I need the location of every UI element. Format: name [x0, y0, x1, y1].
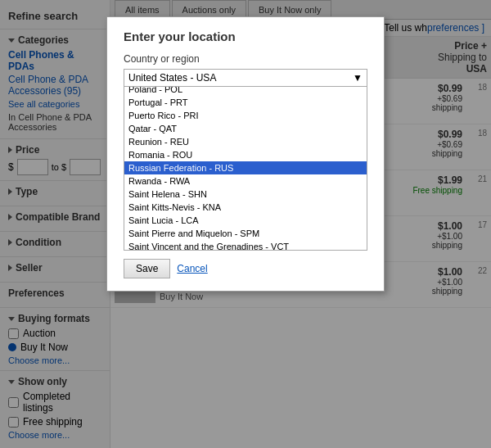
modal-country-label: Country or region	[124, 53, 367, 65]
dropdown-item[interactable]: Russian Federation - RUS	[124, 161, 367, 174]
dropdown-item[interactable]: Saint Kitts-Nevis - KNA	[124, 201, 367, 214]
location-modal: Enter your location Country or region Un…	[106, 16, 385, 292]
dropdown-arrow-icon: ▼	[353, 72, 363, 84]
modal-overlay: Enter your location Country or region Un…	[0, 0, 491, 448]
dropdown-item[interactable]: Reunion - REU	[124, 135, 367, 148]
dropdown-item[interactable]: Qatar - QAT	[124, 122, 367, 135]
dropdown-item[interactable]: Saint Pierre and Miquelon - SPM	[124, 227, 367, 240]
dropdown-item[interactable]: Saint Vincent and the Grenadines - VCT	[124, 240, 367, 251]
dropdown-item[interactable]: Portugal - PRT	[124, 96, 367, 109]
dropdown-item[interactable]: Saint Helena - SHN	[124, 188, 367, 201]
modal-selected-value[interactable]: United States - USA ▼	[124, 69, 367, 87]
dropdown-item[interactable]: Puerto Rico - PRI	[124, 109, 367, 122]
modal-select-wrapper: United States - USA ▼ United States - US…	[124, 69, 367, 251]
modal-title: Enter your location	[124, 29, 367, 43]
save-button[interactable]: Save	[124, 259, 170, 278]
country-dropdown-list[interactable]: United States - USAPapua New Guinea - PN…	[124, 87, 367, 251]
dropdown-item[interactable]: Romania - ROU	[124, 148, 367, 161]
dropdown-item[interactable]: Rwanda - RWA	[124, 174, 367, 188]
dropdown-item[interactable]: Poland - POL	[124, 87, 367, 96]
cancel-button[interactable]: Cancel	[177, 259, 207, 278]
dropdown-item[interactable]: Saint Lucia - LCA	[124, 214, 367, 227]
modal-buttons: Save Cancel	[124, 259, 367, 278]
